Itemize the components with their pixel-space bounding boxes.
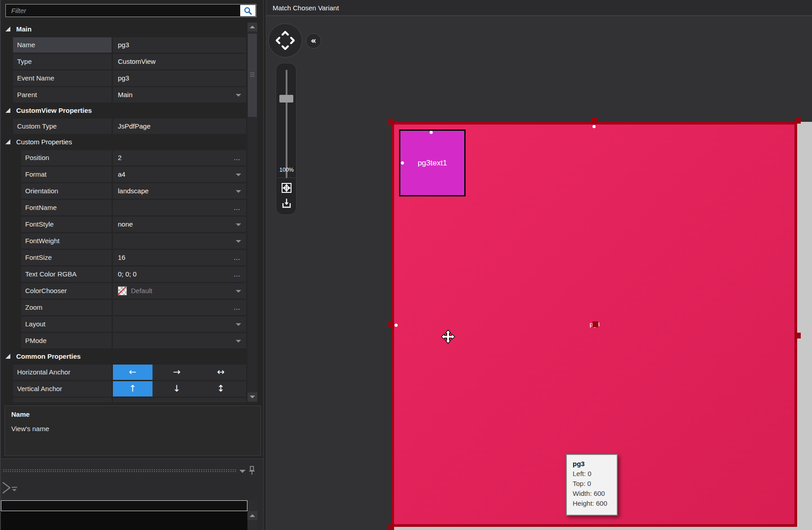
- property-value[interactable]: 2…: [113, 150, 246, 165]
- property-row-zoom[interactable]: Zoom…: [4, 300, 246, 315]
- anchor-right-button[interactable]: →: [157, 365, 197, 380]
- property-value[interactable]: Default: [113, 283, 246, 298]
- resize-handle-bottom-left[interactable]: [388, 524, 394, 530]
- section-header-customview-properties[interactable]: CustomView Properties: [4, 104, 246, 117]
- anchor-stretch-v-button[interactable]: ↕: [201, 381, 241, 396]
- property-row-pmode[interactable]: PMode: [4, 333, 246, 348]
- property-row-vertical-anchor[interactable]: Vertical Anchor↑↓↕: [4, 381, 246, 396]
- section-header-common-properties[interactable]: Common Properties: [4, 350, 246, 363]
- property-value[interactable]: pg3: [113, 37, 246, 53]
- property-row-parent[interactable]: ParentMain: [4, 87, 246, 102]
- property-grid-scrollbar[interactable]: [247, 22, 257, 402]
- property-value[interactable]: ↑↓↕: [113, 381, 246, 396]
- dropdown-arrow-icon[interactable]: [236, 190, 241, 193]
- panel-splitter[interactable]: [263, 0, 266, 530]
- section-header-main[interactable]: Main: [4, 22, 246, 36]
- property-value[interactable]: CustomView: [113, 54, 246, 69]
- scroll-down-button[interactable]: [247, 392, 257, 401]
- property-value[interactable]: 0—: [113, 398, 246, 402]
- dropdown-arrow-icon[interactable]: [236, 323, 241, 326]
- anchor-left-button[interactable]: ←: [113, 365, 153, 380]
- property-row-fontweight[interactable]: FontWeight: [4, 233, 246, 249]
- property-value[interactable]: a4: [113, 167, 246, 182]
- move-handle-center[interactable]: [592, 321, 598, 327]
- property-value[interactable]: JsPdfPage: [113, 119, 246, 134]
- property-row-horizontal-anchor[interactable]: Horizontal Anchor←→↔: [4, 365, 246, 380]
- dropdown-arrow-icon[interactable]: [236, 174, 241, 176]
- expander-triangle-icon: [5, 139, 10, 144]
- property-value[interactable]: landscape: [113, 183, 246, 199]
- ellipsis-button[interactable]: …: [233, 150, 241, 165]
- console-scrollbar[interactable]: [247, 500, 257, 530]
- property-value[interactable]: [113, 233, 246, 249]
- property-value[interactable]: 16…: [113, 250, 246, 265]
- fit-view-button[interactable]: [281, 182, 292, 194]
- pin-button[interactable]: [248, 465, 256, 476]
- search-button[interactable]: [240, 5, 256, 16]
- resize-handle-top-left[interactable]: [388, 119, 394, 125]
- collapse-panel-button[interactable]: «: [306, 33, 321, 49]
- property-value[interactable]: none: [113, 217, 246, 232]
- zoom-slider-thumb[interactable]: [279, 95, 293, 102]
- child-view-pg3text1[interactable]: pg3text1: [399, 129, 466, 196]
- anchor-stretch-h-button[interactable]: ↔: [201, 365, 241, 380]
- filter-input[interactable]: [6, 4, 240, 17]
- property-row-type[interactable]: TypeCustomView: [4, 54, 246, 69]
- ellipsis-button[interactable]: …: [233, 200, 241, 215]
- property-value[interactable]: [113, 333, 246, 348]
- dropdown-arrow-icon[interactable]: [236, 340, 241, 343]
- property-row-format[interactable]: Formata4: [4, 167, 246, 182]
- anchor-top-button[interactable]: ↑: [113, 381, 153, 396]
- anchor-top-icon: ↑: [129, 383, 137, 394]
- scrollbar-thumb[interactable]: [248, 34, 257, 117]
- property-value[interactable]: Main: [113, 87, 246, 102]
- ellipsis-button[interactable]: …: [233, 250, 241, 265]
- property-label: Custom Type: [13, 119, 112, 134]
- property-row-colorchooser[interactable]: ColorChooserDefault: [4, 283, 246, 298]
- dropdown-arrow-icon[interactable]: [236, 290, 241, 293]
- child-anchor-dot-top: [430, 131, 433, 134]
- property-row-event-name[interactable]: Event Namepg3: [4, 71, 246, 86]
- property-value[interactable]: pg3: [113, 71, 246, 86]
- console-input[interactable]: [1, 500, 247, 511]
- property-row-text-color-rgba[interactable]: Text Color RGBA0; 0; 0…: [4, 267, 246, 282]
- property-row-custom-type[interactable]: Custom TypeJsPdfPage: [4, 119, 246, 134]
- prompt-dropdown-icon[interactable]: [12, 487, 17, 491]
- pan-dpad-control[interactable]: [268, 23, 302, 58]
- property-row-fontsize[interactable]: FontSize16…: [4, 250, 246, 265]
- drag-grip[interactable]: [3, 469, 237, 472]
- design-canvas-panel: Match Chosen Variant « 100%: [266, 0, 812, 530]
- resize-handle-top-right[interactable]: [795, 118, 801, 124]
- property-value[interactable]: 0; 0; 0…: [113, 267, 246, 282]
- ellipsis-button[interactable]: …: [233, 267, 241, 282]
- property-row-position[interactable]: Position2…: [4, 150, 246, 165]
- property-row-orientation[interactable]: Orientationlandscape: [4, 183, 246, 199]
- property-value[interactable]: …: [113, 200, 246, 215]
- property-value[interactable]: [113, 316, 246, 332]
- export-button[interactable]: [281, 197, 292, 209]
- property-row-layout[interactable]: Layout: [4, 316, 246, 332]
- console-scroll-up-button[interactable]: [247, 511, 257, 520]
- dropdown-arrow-icon[interactable]: [236, 94, 241, 97]
- triangle-up-icon: [250, 514, 255, 517]
- canvas-title: Match Chosen Variant: [273, 0, 339, 16]
- dropdown-arrow-icon[interactable]: [236, 240, 241, 243]
- section-header-custom-properties[interactable]: Custom Properties: [4, 135, 246, 149]
- resize-handle-top-center[interactable]: [592, 118, 597, 124]
- zoom-slider-track[interactable]: [286, 70, 287, 178]
- scroll-up-button[interactable]: [247, 22, 257, 31]
- anchor-bottom-button[interactable]: ↓: [157, 381, 197, 396]
- property-row-fontstyle[interactable]: FontStylenone: [4, 217, 246, 232]
- anchor-left-icon: ←: [129, 366, 137, 377]
- property-row-fontname[interactable]: FontName…: [4, 200, 246, 215]
- resize-handle-middle-right[interactable]: [795, 333, 801, 338]
- resize-handle-middle-left[interactable]: [388, 322, 394, 328]
- dropdown-arrow-icon[interactable]: [236, 223, 241, 226]
- property-value[interactable]: …: [113, 300, 246, 315]
- ellipsis-button[interactable]: …: [233, 300, 241, 315]
- property-label: ColorChooser: [21, 283, 112, 298]
- property-row-name[interactable]: Namepg3: [4, 37, 246, 53]
- property-value[interactable]: ←→↔: [113, 365, 246, 380]
- property-row-left[interactable]: Left0—: [4, 398, 246, 402]
- chevron-down-icon[interactable]: [239, 470, 246, 473]
